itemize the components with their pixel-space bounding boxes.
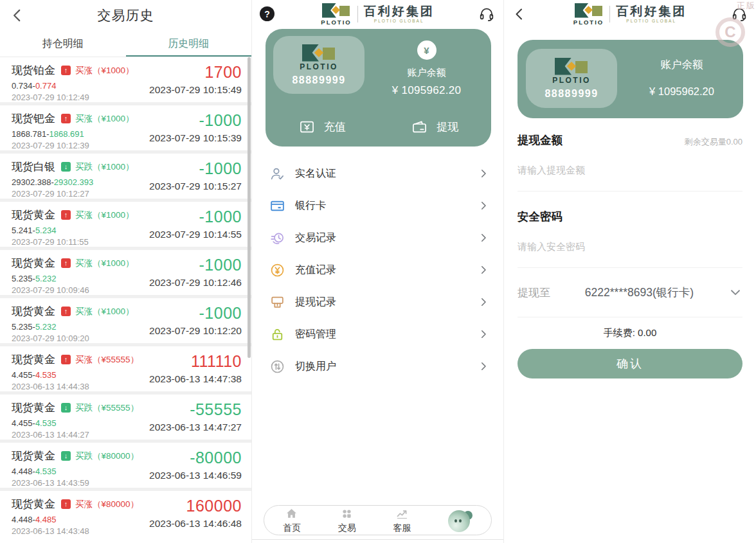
trade-row[interactable]: 现货黄金↑买涨（¥55555）4.455-4.5352023-06-13 14:… [0, 346, 251, 391]
customer-service-icon[interactable] [478, 6, 495, 22]
direction-stake-label: 买涨（¥1000） [75, 209, 134, 221]
nav-item-label: 首页 [283, 522, 301, 534]
close-price: 4.485 [35, 515, 57, 524]
balance-value: ¥ 1095962.20 [630, 85, 734, 98]
trade-row[interactable]: 现货白银↓买跌（¥1000）29302.388-29302.3932023-07… [0, 154, 251, 199]
price-range: 5.235-5.232 [12, 274, 149, 283]
chevron-right-icon [478, 232, 489, 244]
tab-history-detail[interactable]: 历史明细 [126, 31, 252, 57]
withdraw-to-select[interactable]: 提现至 6222****8693(银行卡) [518, 268, 742, 317]
open-price: 0.734 [12, 81, 33, 91]
back-icon[interactable] [9, 7, 26, 24]
yuan-icon: ¥ [417, 40, 437, 60]
trade-row-left: 现货钯金↑买涨（¥1000）1868.781-1868.6912023-07-2… [12, 111, 149, 146]
close-time: 2023-07-29 10:15:49 [149, 84, 242, 96]
open-price: 1868.781 [12, 129, 46, 139]
menu-item-clock-history[interactable]: 交易记录 [252, 222, 503, 254]
balance-value: ¥ 1095962.20 [375, 84, 478, 97]
panel-trade-history: 交易历史 持仓明细 历史明细 现货铂金↑买涨（¥1000）0.734-0.774… [0, 0, 252, 543]
price-range: 4.448-4.535 [12, 467, 149, 476]
brand-subtitle: PLOTIO GLOBAL [374, 19, 424, 23]
buy-up-badge-icon: ↑ [61, 355, 71, 364]
withdraw-icon [411, 118, 428, 136]
pnl-value: -80000 [190, 450, 242, 466]
withdraw-amount-input[interactable] [518, 157, 742, 191]
trade-row[interactable]: 现货黄金↓买跌（¥55555）4.455-4.5352023-06-13 14:… [0, 395, 251, 440]
trade-row[interactable]: 现货黄金↑买涨（¥1000）5.235-5.2322023-07-29 10:0… [0, 298, 251, 343]
help-icon[interactable]: ? [260, 6, 274, 21]
buy-up-badge-icon: ↑ [61, 499, 71, 509]
scrollbar-thumb[interactable] [248, 57, 251, 358]
open-price: 5.235 [12, 274, 33, 283]
buy-down-badge-icon: ↓ [61, 451, 71, 461]
screenshot-stage: 交易历史 持仓明细 历史明细 现货铂金↑买涨（¥1000）0.734-0.774… [0, 0, 756, 543]
direction-stake-label: 买涨（¥1000） [75, 306, 134, 317]
trade-row-left: 现货黄金↓买跌（¥80000）4.448-4.5352023-06-13 14:… [12, 449, 149, 483]
deposit-icon [298, 118, 316, 136]
buy-up-badge-icon: ↑ [61, 114, 71, 123]
close-time: 2023-06-13 14:47:38 [149, 373, 242, 385]
trade-row[interactable]: 现货黄金↑买涨（¥1000）5.241-5.2342023-07-29 10:1… [0, 202, 251, 247]
menu-item-label: 银行卡 [295, 199, 326, 213]
chevron-down-icon [728, 285, 742, 299]
open-time: 2023-07-29 10:11:55 [12, 237, 149, 247]
price-range: 4.455-4.535 [12, 370, 149, 380]
plotio-logo-text: PLOTIO [552, 76, 591, 85]
menu-item-person-check[interactable]: 实名认证 [252, 157, 503, 190]
back-icon[interactable] [512, 6, 527, 22]
menu-item-label: 实名认证 [295, 167, 336, 181]
trade-row[interactable]: 现货铂金↑买涨（¥1000）0.734-0.7742023-07-29 10:1… [0, 57, 251, 102]
trade-row-right: 17002023-07-29 10:15:49 [149, 63, 242, 98]
plotio-logo-icon [555, 58, 588, 75]
menu-item-withdraw-record[interactable]: 提现记录 [252, 286, 503, 318]
chevron-right-icon [478, 264, 489, 276]
withdraw-to-label: 提现至 [518, 285, 550, 300]
open-time: 2023-06-13 14:44:27 [12, 430, 149, 440]
brand-logo: PLOTIO 百利好集团 PLOTIO GLOBAL [573, 3, 687, 26]
deposit-label: 充值 [324, 120, 346, 134]
withdraw-button[interactable]: 提现 [379, 118, 492, 136]
menu-item-lock[interactable]: 密码管理 [252, 318, 503, 350]
trade-row-right: -10002023-07-29 10:15:27 [149, 159, 242, 194]
trade-row-left: 现货黄金↓买跌（¥55555）4.455-4.5352023-06-13 14:… [12, 400, 149, 435]
direction-stake-label: 买涨（¥1000） [75, 258, 134, 269]
brand-name: 百利好集团 [616, 5, 687, 19]
app-header: ? PLOTIO 百利好集团 PLOTIO GLOBAL [252, 0, 503, 28]
panel-account-home: ? PLOTIO 百利好集团 PLOTIO GLOBAL PLOTIO [252, 0, 504, 543]
open-price: 5.241 [12, 226, 33, 235]
tab-position-detail[interactable]: 持仓明细 [0, 31, 126, 57]
trade-row-left: 现货铂金↑买涨（¥1000）0.734-0.7742023-07-29 10:1… [12, 63, 149, 98]
mascot-eye [459, 519, 462, 522]
mascot-avatar[interactable] [448, 508, 473, 533]
instrument-name: 现货白银 [12, 159, 55, 174]
pnl-value: -1000 [199, 257, 242, 273]
deposit-button[interactable]: 充值 [266, 118, 379, 136]
trade-row-line1: 现货黄金↑买涨（¥1000） [12, 208, 149, 222]
plotio-logo-text: PLOTIO [321, 19, 351, 26]
remaining-volume: 剩余交易量0.00 [685, 136, 742, 148]
trade-row[interactable]: 现货钯金↑买涨（¥1000）1868.781-1868.6912023-07-2… [0, 105, 251, 150]
menu-item-bank-card[interactable]: 银行卡 [252, 190, 503, 222]
nav-item-chart[interactable]: 客服 [393, 507, 411, 534]
balance-label: 账户余额 [630, 58, 734, 72]
menu-item-switch-user[interactable]: 切换用户 [252, 350, 503, 382]
trade-row[interactable]: 现货黄金↓买跌（¥80000）4.448-4.5352023-06-13 14:… [0, 443, 251, 488]
trade-row-left: 现货黄金↑买涨（¥80000）4.448-4.4852023-06-13 14:… [12, 497, 149, 531]
security-password-input[interactable] [518, 233, 742, 268]
direction-stake-label: 买涨（¥80000） [75, 499, 139, 510]
balance-block: 账户余额 ¥ 1095962.20 [630, 58, 734, 98]
nav-item-grid[interactable]: 交易 [338, 507, 356, 534]
close-price: 0.774 [35, 81, 57, 91]
nav-item-home[interactable]: 首页 [283, 507, 301, 534]
menu-item-coin-yuan[interactable]: 充值记录 [252, 254, 503, 286]
chevron-right-icon [478, 328, 489, 340]
confirm-button[interactable]: 确认 [518, 349, 742, 378]
trade-row-line1: 现货黄金↑买涨（¥1000） [12, 304, 149, 319]
pnl-value: 111110 [191, 353, 242, 369]
trade-row-right: -10002023-07-29 10:12:46 [149, 256, 242, 290]
pnl-value: -1000 [199, 112, 242, 129]
price-range: 4.448-4.485 [12, 515, 149, 524]
trade-row[interactable]: 现货黄金↑买涨（¥80000）4.448-4.4852023-06-13 14:… [0, 491, 251, 536]
trade-row[interactable]: 现货黄金↑买涨（¥1000）5.235-5.2322023-07-29 10:0… [0, 250, 251, 295]
brand-subtitle: PLOTIO GLOBAL [626, 19, 676, 23]
